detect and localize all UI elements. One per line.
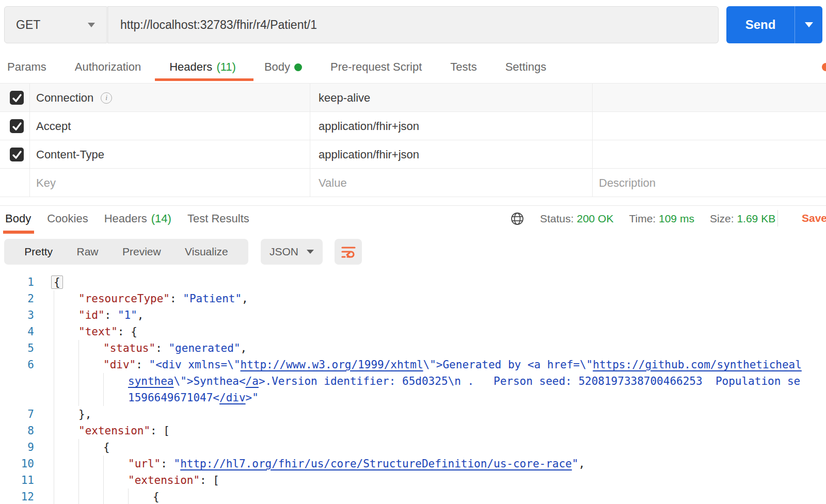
row-checkbox[interactable] <box>10 148 24 161</box>
code-line: 12{ <box>0 489 826 504</box>
header-value[interactable]: application/fhir+json <box>319 140 419 169</box>
code-line: 1596649671047</div>" <box>0 389 826 406</box>
status-value: 200 OK <box>577 213 613 224</box>
active-tab-underline <box>155 78 253 81</box>
body-present-dot-icon <box>294 63 302 71</box>
indent-guide <box>103 373 104 389</box>
method-dropdown[interactable]: GET <box>4 6 107 43</box>
value-placeholder[interactable]: Value <box>319 169 347 197</box>
tab-response-body[interactable]: Body <box>5 212 31 225</box>
code-line: 6"div": "<div xmlns=\"http://www.w3.org/… <box>0 356 826 373</box>
size-indicator[interactable]: Size: 1.69 KB <box>710 213 775 225</box>
indent-guide <box>78 472 79 489</box>
url-input[interactable]: http://localhost:32783/fhir/r4/Patient/1 <box>107 6 719 43</box>
code-text: "div": "<div xmlns=\"http://www.w3.org/1… <box>103 356 802 373</box>
code-token: "url" <box>128 458 161 470</box>
indent-guide <box>54 439 54 456</box>
check-icon <box>11 121 23 132</box>
code-line: synthea\">Synthea</a>.Version identifier… <box>0 373 826 389</box>
header-value[interactable]: keep-alive <box>319 84 370 112</box>
code-token: "<div xmlns=\" <box>149 359 241 371</box>
code-token[interactable]: http://hl7.org/fhir/us/core/StructureDef… <box>180 458 572 470</box>
tab-count-badge: (14) <box>151 212 171 225</box>
tab-test-results[interactable]: Test Results <box>187 212 249 225</box>
tab-params[interactable]: Params <box>7 60 46 74</box>
tab-label: Body <box>5 212 31 225</box>
size-value: 1.69 KB <box>737 213 775 224</box>
code-token: "id" <box>78 309 105 321</box>
key-placeholder[interactable]: Key <box>36 176 56 190</box>
wrap-lines-icon <box>340 244 357 259</box>
code-token[interactable]: /a <box>246 375 259 387</box>
indent-guide <box>54 307 54 323</box>
column-divider <box>310 169 310 197</box>
line-number: 7 <box>0 406 34 422</box>
view-pretty[interactable]: Pretty <box>24 246 53 258</box>
code-text: }, <box>78 406 91 422</box>
code-line: 4"text": { <box>0 323 826 340</box>
tab-authorization[interactable]: Authorization <box>75 60 141 74</box>
indent-guide <box>103 389 104 406</box>
indent-guide <box>54 489 54 504</box>
code-line: 11"extension": [ <box>0 472 826 489</box>
tab-pre-request-script[interactable]: Pre-request Script <box>330 60 422 74</box>
tab-headers[interactable]: Headers (11) <box>169 60 236 74</box>
code-token[interactable]: https://github.com/syntheticheal <box>593 359 802 371</box>
status-indicator[interactable]: Status: 200 OK <box>540 213 613 225</box>
send-options-button[interactable] <box>795 22 822 27</box>
request-tabs: Params Authorization Headers (11) Body P… <box>0 52 826 83</box>
column-divider <box>310 84 310 111</box>
code-token: , <box>242 292 248 305</box>
header-key[interactable]: Accept <box>36 120 71 133</box>
header-key[interactable]: Content-Type <box>36 148 104 161</box>
globe-icon[interactable] <box>510 212 525 226</box>
send-button[interactable]: Send <box>726 6 822 43</box>
line-number: 4 <box>0 323 34 340</box>
indent-guide <box>78 489 79 504</box>
header-row-accept[interactable]: Accept application/fhir+json <box>0 112 826 140</box>
tab-body[interactable]: Body <box>264 60 302 74</box>
header-row-content-type[interactable]: Content-Type application/fhir+json <box>0 140 826 169</box>
response-view-switcher: Pretty Raw Preview Visualize <box>4 239 248 265</box>
wrap-lines-button[interactable] <box>335 239 362 265</box>
response-meta: Status: 200 OK Time: 109 ms Size: 1.69 K… <box>510 206 775 232</box>
view-preview[interactable]: Preview <box>122 246 161 258</box>
code-token[interactable]: /div <box>219 392 246 404</box>
header-row-new[interactable]: Key Value Description <box>0 169 826 197</box>
view-raw[interactable]: Raw <box>77 246 99 258</box>
time-label: Time: <box>629 213 656 224</box>
headers-table: Connection i keep-alive Accept applicati… <box>0 83 826 200</box>
tab-response-headers[interactable]: Headers (14) <box>104 212 171 225</box>
tab-settings[interactable]: Settings <box>505 60 547 74</box>
tab-tests[interactable]: Tests <box>450 60 476 74</box>
tab-label: Headers <box>104 212 147 225</box>
status-label: Status: <box>540 213 574 224</box>
header-value[interactable]: application/fhir+json <box>319 112 419 140</box>
code-token: : { <box>118 326 137 338</box>
view-visualize[interactable]: Visualize <box>185 246 228 258</box>
code-line: 2"resourceType": "Patient", <box>0 290 826 307</box>
code-token[interactable]: http://www.w3.org/1999/xhtml <box>241 359 423 371</box>
row-checkbox[interactable] <box>10 119 24 133</box>
tab-label: Params <box>7 60 46 74</box>
time-indicator[interactable]: Time: 109 ms <box>629 213 694 225</box>
response-body-code[interactable]: 1{2"resourceType": "Patient",3"id": "1",… <box>0 274 826 504</box>
code-token: : <box>161 458 173 470</box>
indent-guide <box>78 456 79 472</box>
format-label: JSON <box>269 246 298 258</box>
save-response-button[interactable]: Save <box>802 212 826 224</box>
code-token: { <box>51 275 63 289</box>
column-divider <box>592 140 593 168</box>
send-button-label: Send <box>726 18 795 32</box>
row-checkbox[interactable] <box>10 91 24 105</box>
description-placeholder[interactable]: Description <box>599 169 656 197</box>
code-text: "text": { <box>78 323 137 340</box>
tab-label: Authorization <box>75 60 141 74</box>
code-token[interactable]: synthea <box>128 375 174 387</box>
tab-label: Headers <box>169 60 212 74</box>
header-row-connection[interactable]: Connection i keep-alive <box>0 84 826 112</box>
info-icon[interactable]: i <box>101 92 112 104</box>
format-dropdown[interactable]: JSON <box>261 239 323 265</box>
header-key[interactable]: Connection <box>36 91 93 105</box>
tab-response-cookies[interactable]: Cookies <box>47 212 88 225</box>
